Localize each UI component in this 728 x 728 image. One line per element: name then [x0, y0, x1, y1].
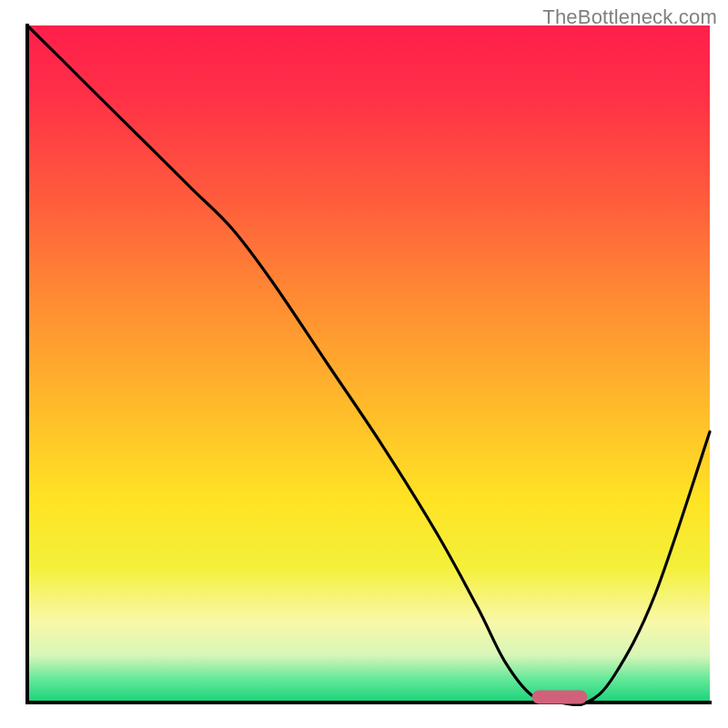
optimal-range-marker — [532, 691, 587, 703]
bottleneck-curve-chart — [0, 0, 728, 728]
watermark-text: TheBottleneck.com — [542, 5, 717, 29]
chart-container: TheBottleneck.com — [0, 0, 728, 728]
